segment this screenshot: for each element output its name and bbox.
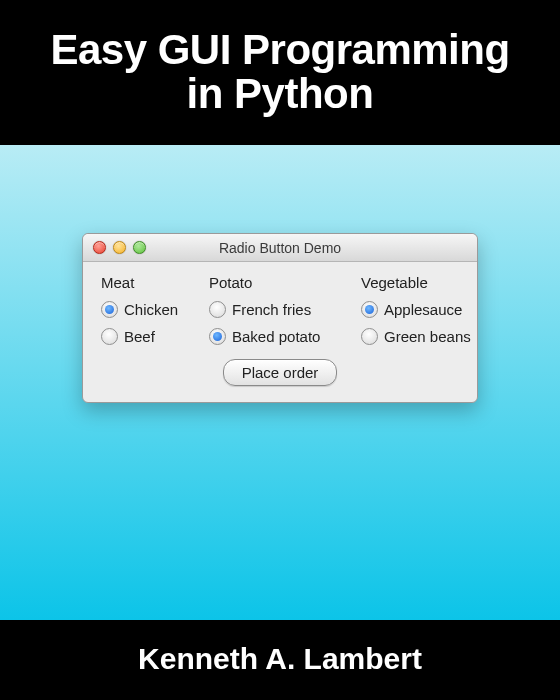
radio-label: Baked potato [232,328,320,345]
column-meat: Meat Chicken Beef [101,274,197,355]
column-vegetable-header: Vegetable [361,274,481,291]
author-block: Kenneth A. Lambert [0,620,560,700]
radio-icon [101,328,118,345]
radio-label: Beef [124,328,155,345]
radio-label: Green beans [384,328,471,345]
zoom-icon[interactable] [133,241,146,254]
author-name: Kenneth A. Lambert [0,642,560,676]
radio-green-beans[interactable]: Green beans [361,328,481,345]
radio-icon [209,328,226,345]
close-icon[interactable] [93,241,106,254]
radio-columns: Meat Chicken Beef Potato [101,274,459,355]
radio-icon [361,328,378,345]
radio-chicken[interactable]: Chicken [101,301,197,318]
radio-icon [209,301,226,318]
traffic-lights [93,241,146,254]
demo-window: Radio Button Demo Meat Chicken Beef [82,233,478,403]
column-potato: Potato French fries Baked potato [209,274,349,355]
column-meat-header: Meat [101,274,197,291]
title-line-1: Easy GUI Programming [0,28,560,72]
radio-applesauce[interactable]: Applesauce [361,301,481,318]
minimize-icon[interactable] [113,241,126,254]
place-order-button[interactable]: Place order [223,359,338,386]
radio-french-fries[interactable]: French fries [209,301,349,318]
button-row: Place order [101,359,459,386]
book-cover: Easy GUI Programming in Python Radio But… [0,0,560,700]
title-line-2: in Python [0,72,560,116]
middle-panel: Radio Button Demo Meat Chicken Beef [0,145,560,620]
radio-label: Chicken [124,301,178,318]
radio-beef[interactable]: Beef [101,328,197,345]
column-vegetable: Vegetable Applesauce Green beans [361,274,481,355]
window-title: Radio Button Demo [219,240,341,256]
window-body: Meat Chicken Beef Potato [83,262,477,402]
radio-baked-potato[interactable]: Baked potato [209,328,349,345]
window-titlebar: Radio Button Demo [83,234,477,262]
radio-label: French fries [232,301,311,318]
column-potato-header: Potato [209,274,349,291]
radio-label: Applesauce [384,301,462,318]
radio-icon [361,301,378,318]
radio-icon [101,301,118,318]
title-block: Easy GUI Programming in Python [0,0,560,145]
